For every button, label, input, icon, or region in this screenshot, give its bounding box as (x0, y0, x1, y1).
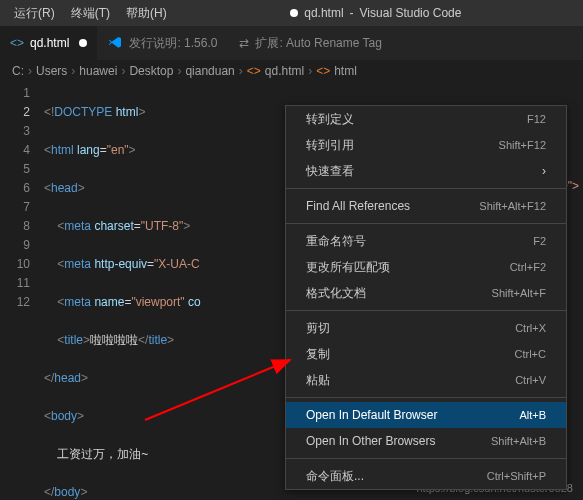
chevron-right-icon: › (121, 64, 125, 78)
title-sep: - (350, 6, 354, 20)
tab-extension[interactable]: ⇄ 扩展: Auto Rename Tag (227, 35, 394, 52)
svg-line-1 (145, 360, 290, 420)
title-file: qd.html (304, 6, 343, 20)
separator (286, 223, 566, 224)
separator (286, 188, 566, 189)
line-num: 3 (0, 122, 30, 141)
menu-terminal[interactable]: 终端(T) (65, 2, 116, 25)
crumb[interactable]: qd.html (265, 64, 304, 78)
ctx-rename-symbol[interactable]: 重命名符号F2 (286, 228, 566, 254)
crumb[interactable]: qianduan (185, 64, 234, 78)
modified-dot-icon (290, 9, 298, 17)
ctx-goto-references[interactable]: 转到引用Shift+F12 (286, 132, 566, 158)
line-num: 11 (0, 274, 30, 293)
html-element-icon: <> (316, 64, 330, 78)
chevron-right-icon: › (71, 64, 75, 78)
ctx-format-document[interactable]: 格式化文档Shift+Alt+F (286, 280, 566, 306)
breadcrumb[interactable]: C:› Users› huawei› Desktop› qianduan› <>… (0, 60, 583, 82)
line-num: 6 (0, 179, 30, 198)
line-num: 10 (0, 255, 30, 274)
menubar: 运行(R) 终端(T) 帮助(H) qd.html - Visual Studi… (0, 0, 583, 26)
chevron-right-icon: › (239, 64, 243, 78)
ctx-paste[interactable]: 粘贴Ctrl+V (286, 367, 566, 393)
ctx-copy[interactable]: 复制Ctrl+C (286, 341, 566, 367)
separator (286, 458, 566, 459)
ctx-open-in-other-browsers[interactable]: Open In Other BrowsersShift+Alt+B (286, 428, 566, 454)
crumb[interactable]: Users (36, 64, 67, 78)
ctx-cut[interactable]: 剪切Ctrl+X (286, 315, 566, 341)
crumb[interactable]: huawei (79, 64, 117, 78)
crumb[interactable]: Desktop (129, 64, 173, 78)
ctx-find-all-references[interactable]: Find All ReferencesShift+Alt+F12 (286, 193, 566, 219)
line-num: 1 (0, 84, 30, 103)
line-num: 7 (0, 198, 30, 217)
title-app: Visual Studio Code (360, 6, 462, 20)
line-num: 5 (0, 160, 30, 179)
chevron-right-icon: › (177, 64, 181, 78)
chevron-right-icon: › (28, 64, 32, 78)
crumb[interactable]: C: (12, 64, 24, 78)
tab-qd-html[interactable]: <> qd.html (0, 26, 97, 60)
menu-help[interactable]: 帮助(H) (120, 2, 173, 25)
line-num: 12 (0, 293, 30, 312)
tab-bar: <> qd.html 发行说明: 1.56.0 ⇄ 扩展: Auto Renam… (0, 26, 583, 60)
tab-label: 扩展: Auto Rename Tag (255, 35, 382, 52)
html-file-icon: <> (247, 64, 261, 78)
tab-release-notes[interactable]: 发行说明: 1.56.0 (97, 26, 227, 60)
context-menu: 转到定义F12 转到引用Shift+F12 快速查看› Find All Ref… (285, 105, 567, 490)
modified-indicator-icon (79, 39, 87, 47)
extension-icon: ⇄ (239, 36, 249, 50)
line-num: 8 (0, 217, 30, 236)
line-num: 9 (0, 236, 30, 255)
line-num: 2 (0, 103, 30, 122)
chevron-right-icon: › (308, 64, 312, 78)
window-title: qd.html - Visual Studio Code (177, 6, 575, 20)
line-num: 4 (0, 141, 30, 160)
tab-label: 发行说明: 1.56.0 (129, 35, 217, 52)
line-numbers: 1 2 3 4 5 6 7 8 9 10 11 12 (0, 82, 44, 500)
crumb[interactable]: html (334, 64, 357, 78)
separator (286, 310, 566, 311)
ctx-command-palette[interactable]: 命令面板...Ctrl+Shift+P (286, 463, 566, 489)
html-file-icon: <> (10, 36, 24, 50)
menu-run[interactable]: 运行(R) (8, 2, 61, 25)
ctx-peek[interactable]: 快速查看› (286, 158, 566, 184)
tab-label: qd.html (30, 36, 69, 50)
ctx-change-all-occurrences[interactable]: 更改所有匹配项Ctrl+F2 (286, 254, 566, 280)
annotation-arrow-icon (140, 350, 300, 430)
ctx-goto-definition[interactable]: 转到定义F12 (286, 106, 566, 132)
chevron-right-icon: › (542, 164, 546, 178)
separator (286, 397, 566, 398)
ctx-open-in-default-browser[interactable]: Open In Default BrowserAlt+B (286, 402, 566, 428)
vscode-icon (107, 35, 123, 51)
